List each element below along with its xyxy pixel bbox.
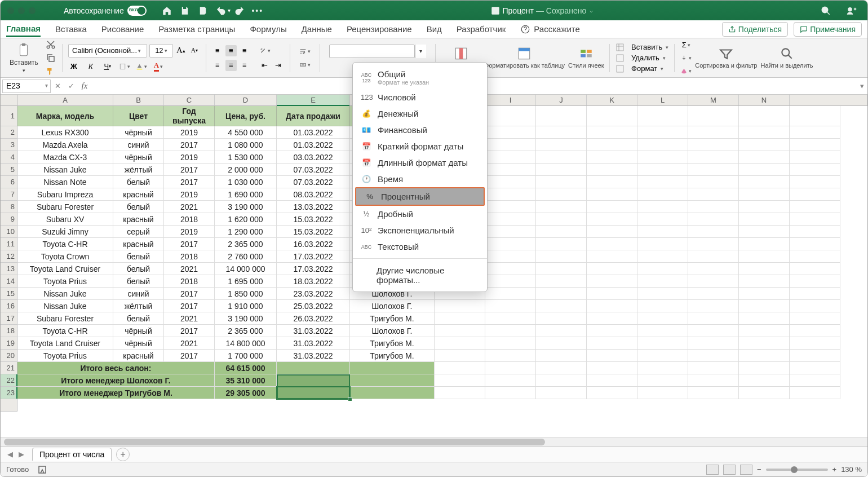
tab-view[interactable]: Вид [427,22,442,36]
cell[interactable] [790,325,840,337]
view-page-layout-icon[interactable] [723,465,736,475]
cell[interactable]: красный [113,350,164,362]
cell[interactable] [536,263,587,275]
cell[interactable]: белый [113,312,164,325]
cell[interactable] [536,325,587,337]
cell[interactable]: 2018 [164,250,215,263]
tab-developer[interactable]: Разработчик [457,22,506,36]
row-header[interactable]: 6 [1,176,17,188]
select-all-corner[interactable] [1,95,17,105]
cell[interactable] [637,337,688,350]
cell[interactable] [790,126,840,139]
cell[interactable]: 1 530 000 [215,151,277,164]
nf-fraction[interactable]: ½Дробный [353,206,487,222]
cell[interactable] [536,213,587,226]
cell[interactable]: 2017 [164,238,215,250]
cell[interactable] [688,300,739,312]
cell[interactable] [485,188,536,201]
cell[interactable] [587,188,637,201]
cell[interactable] [688,374,739,387]
column-header[interactable]: Цена, руб. [215,106,277,126]
cell[interactable] [790,362,840,374]
cell[interactable] [790,238,840,250]
search-icon[interactable] [821,6,831,16]
cell[interactable] [485,312,536,325]
row-header[interactable]: 4 [1,151,17,164]
cell[interactable]: красный [113,213,164,226]
cell[interactable]: Subaru Impreza [17,188,113,201]
cell[interactable]: 2017 [164,288,215,300]
increase-indent-icon[interactable]: ⇥ [273,60,284,71]
cell[interactable]: Toyota C-HR [17,325,113,337]
cell[interactable]: 3 190 000 [215,312,277,325]
close-icon[interactable] [7,7,14,14]
cell[interactable] [536,374,587,387]
cell[interactable]: Nissan Note [17,176,113,188]
sheet-nav-prev-icon[interactable]: ◀ [5,449,15,460]
cell[interactable] [587,201,637,213]
cell[interactable] [350,374,435,387]
cell[interactable] [587,387,637,399]
cell[interactable]: 2021 [164,263,215,275]
cell[interactable] [536,238,587,250]
cell[interactable]: 14 800 000 [215,337,277,350]
cell[interactable]: 2 365 000 [215,325,277,337]
summary-e[interactable] [277,362,350,374]
cell[interactable]: белый [113,250,164,263]
cell[interactable]: 2021 [164,201,215,213]
paste-button[interactable]: Вставить ▾ [10,43,38,73]
zoom-slider[interactable] [766,469,828,471]
cell[interactable] [637,312,688,325]
cell[interactable] [739,325,790,337]
cell[interactable] [637,362,688,374]
cell[interactable] [587,362,637,374]
cell[interactable] [485,374,536,387]
cell[interactable]: 1 695 000 [215,275,277,288]
cell[interactable] [739,362,790,374]
tab-insert[interactable]: Вставка [55,22,87,36]
cell[interactable]: 2018 [164,275,215,288]
cell[interactable] [485,325,536,337]
align-middle-icon[interactable]: ≡ [225,45,237,56]
row-header[interactable]: 3 [1,139,17,151]
cell[interactable] [739,374,790,387]
row-header[interactable]: 8 [1,201,17,213]
cell[interactable] [435,312,485,325]
cell[interactable] [739,350,790,362]
cell[interactable]: чёрный [113,337,164,350]
cell[interactable] [637,325,688,337]
nf-long-date[interactable]: 📅Длинный формат даты [353,154,487,171]
cell[interactable] [485,250,536,263]
tab-draw[interactable]: Рисование [101,22,144,36]
cell[interactable] [790,250,840,263]
cell[interactable]: Nissan Juke [17,300,113,312]
cell[interactable] [790,263,840,275]
cell[interactable] [637,300,688,312]
cell[interactable]: 15.03.2022 [277,226,350,238]
cell[interactable] [587,337,637,350]
cell[interactable] [739,250,790,263]
cell[interactable]: жёлтый [113,300,164,312]
cell[interactable]: 31.03.2022 [277,325,350,337]
cell[interactable] [790,226,840,238]
cell[interactable]: Subaru Forester [17,312,113,325]
cell[interactable] [435,350,485,362]
cell[interactable] [485,226,536,238]
cell[interactable] [485,238,536,250]
cell[interactable] [739,312,790,325]
nf-text[interactable]: ABCТекстовый [353,238,487,255]
cell[interactable]: 08.03.2022 [277,188,350,201]
cell[interactable]: 16.03.2022 [277,238,350,250]
cell[interactable]: Toyota C-HR [17,238,113,250]
cell[interactable] [435,337,485,350]
orientation-icon[interactable] [259,45,271,56]
cell[interactable] [790,201,840,213]
row-header[interactable]: 18 [1,325,17,337]
autosum-icon[interactable]: Σ [680,39,692,51]
decrease-indent-icon[interactable]: ⇤ [259,60,271,71]
cell[interactable]: 26.03.2022 [277,312,350,325]
cell[interactable] [587,275,637,288]
cell[interactable]: жёлтый [113,164,164,176]
expand-formula-bar-icon[interactable]: ▾ [856,82,867,90]
font-size-select[interactable]: 12 [149,44,173,58]
